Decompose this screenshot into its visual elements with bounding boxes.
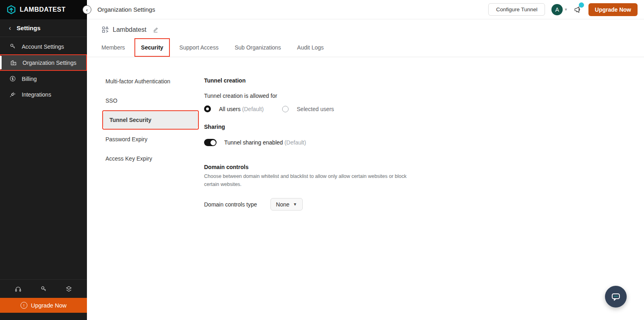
lambdatest-logo-icon — [6, 5, 16, 14]
tab-sub-organizations[interactable]: Sub Organizations — [235, 44, 281, 51]
page-title: Organization Settings — [97, 6, 155, 13]
app-window: LAMBDATEST ‹ Settings Account Settings O… — [0, 0, 644, 320]
submenu-item-sso[interactable]: SSO — [105, 91, 204, 110]
tab-bar: Members Security Support Access Sub Orga… — [87, 38, 644, 57]
tunnel-sharing-label: Tunnel sharing enabled (Default) — [224, 139, 306, 146]
key-icon — [9, 43, 16, 50]
domain-controls-type-row: Domain controls type None ▼ — [204, 198, 415, 211]
dropdown-value: None — [276, 201, 289, 208]
configure-tunnel-button[interactable]: Configure Tunnel — [488, 3, 545, 16]
logo[interactable]: LAMBDATEST — [0, 0, 87, 19]
submenu-item-password-expiry[interactable]: Password Expiry — [105, 130, 204, 149]
security-submenu: Multi-factor Authentication SSO Tunnel S… — [87, 72, 204, 211]
submenu-item-access-key-expiry[interactable]: Access Key Expiry — [105, 149, 204, 168]
radio-all-users[interactable] — [204, 105, 211, 112]
avatar[interactable]: A — [551, 4, 563, 15]
sidebar-nav: Account Settings Organization Settings B… — [0, 39, 87, 102]
toggle-knob — [211, 140, 216, 145]
sidebar-item-label: Organization Settings — [23, 60, 76, 66]
headset-icon[interactable] — [14, 285, 22, 293]
main-content: Lambdatest Members Security Support Acce… — [87, 19, 644, 320]
domain-controls-type-label: Domain controls type — [204, 201, 257, 208]
sidebar-item-billing[interactable]: Billing — [0, 71, 87, 87]
org-row: Lambdatest — [87, 19, 644, 33]
notification-dot — [579, 2, 584, 8]
sidebar-item-account-settings[interactable]: Account Settings — [0, 39, 87, 54]
chat-bubble-icon — [610, 291, 621, 302]
upgrade-now-button[interactable]: Upgrade Now — [588, 3, 638, 16]
annotation-tunnel-security: Tunnel Security — [102, 110, 199, 130]
key-icon[interactable] — [40, 285, 47, 293]
domain-controls-type-dropdown[interactable]: None ▼ — [270, 198, 303, 211]
back-chevron-icon: ‹ — [9, 25, 11, 32]
plug-icon — [9, 91, 16, 98]
announcements-button[interactable] — [574, 5, 582, 14]
tab-support-access[interactable]: Support Access — [180, 44, 219, 51]
layers-icon[interactable] — [65, 285, 72, 293]
sidebar-item-label: Billing — [22, 76, 37, 82]
domain-controls-description: Choose between domain whitelist and blac… — [204, 172, 415, 188]
settings-header-label: Settings — [17, 25, 40, 31]
chevron-down-icon[interactable]: ▾ — [565, 7, 567, 12]
domain-controls-heading: Domain controls — [204, 164, 415, 170]
sidebar: LAMBDATEST ‹ Settings Account Settings O… — [0, 0, 87, 320]
sharing-heading: Sharing — [204, 124, 415, 130]
topbar-actions: Configure Tunnel A ▾ Upgrade Now — [488, 3, 638, 16]
sidebar-item-organization-settings[interactable]: Organization Settings — [0, 54, 87, 71]
arrow-up-circle-icon: ↑ — [21, 302, 27, 309]
tab-audit-logs[interactable]: Audit Logs — [297, 44, 324, 51]
topbar: ‹ Organization Settings Configure Tunnel… — [87, 0, 644, 19]
dollar-circle-icon — [9, 75, 16, 82]
tunnel-security-panel: Tunnel creation Tunnel creation is allow… — [204, 72, 415, 211]
tunnel-creation-sublabel: Tunnel creation is allowed for — [204, 93, 415, 99]
default-suffix: (Default) — [242, 106, 264, 112]
logo-text: LAMBDATEST — [20, 6, 66, 13]
building-icon — [10, 59, 17, 66]
back-button[interactable]: ‹ — [83, 5, 91, 14]
sharing-toggle-row: Tunnel sharing enabled (Default) — [204, 139, 415, 146]
chat-fab-button[interactable] — [605, 286, 627, 308]
sidebar-footer — [0, 279, 87, 298]
org-name: Lambdatest — [113, 26, 147, 33]
annotation-security-tab: Security — [134, 38, 169, 57]
radio-all-users-label: All users (Default) — [219, 106, 264, 112]
caret-down-icon: ▼ — [293, 202, 297, 206]
sidebar-item-label: Account Settings — [22, 43, 64, 50]
tunnel-creation-heading: Tunnel creation — [204, 77, 415, 84]
sidebar-upgrade-button[interactable]: ↑ Upgrade Now — [0, 298, 87, 313]
radio-selected-users-label: Selected users — [297, 106, 334, 112]
tab-members[interactable]: Members — [101, 44, 125, 51]
security-layout: Multi-factor Authentication SSO Tunnel S… — [87, 57, 644, 211]
radio-selected-users[interactable] — [282, 106, 289, 112]
default-suffix: (Default) — [285, 139, 306, 146]
submenu-item-mfa[interactable]: Multi-factor Authentication — [105, 72, 204, 91]
sidebar-settings-header[interactable]: ‹ Settings — [0, 19, 87, 37]
edit-pencil-icon[interactable] — [153, 27, 159, 33]
tab-security[interactable]: Security — [141, 44, 163, 51]
submenu-item-tunnel-security[interactable]: Tunnel Security — [103, 111, 198, 129]
sidebar-item-integrations[interactable]: Integrations — [0, 87, 87, 102]
sidebar-item-label: Integrations — [22, 91, 51, 98]
tunnel-sharing-toggle[interactable] — [204, 139, 217, 146]
sidebar-upgrade-label: Upgrade Now — [31, 302, 67, 309]
tunnel-creation-options: All users (Default) Selected users — [204, 105, 415, 112]
org-shapes-icon — [101, 26, 109, 33]
